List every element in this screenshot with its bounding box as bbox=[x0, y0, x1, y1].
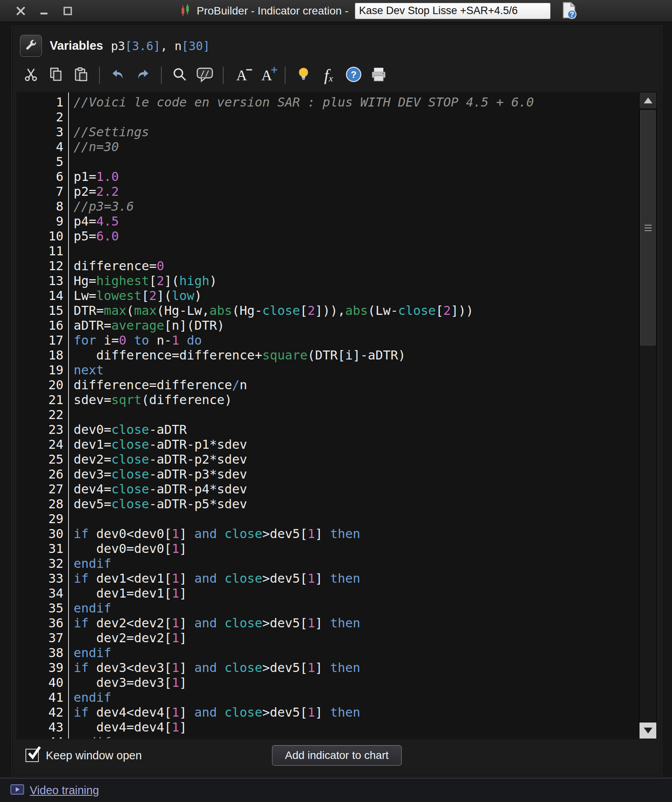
arrow-up-icon bbox=[644, 98, 652, 103]
font-increase-button[interactable]: A + bbox=[255, 64, 278, 87]
undo-icon bbox=[109, 66, 126, 85]
line-number: 34 bbox=[17, 586, 63, 601]
paste-button[interactable] bbox=[69, 64, 93, 87]
indicator-creation-window: Variables p3[3.6], n[30] bbox=[12, 26, 662, 776]
editor-scrollbar[interactable] bbox=[639, 92, 656, 739]
keep-window-open-checkbox[interactable]: Keep window open bbox=[25, 749, 142, 762]
copy-button[interactable] bbox=[44, 64, 68, 87]
variables-value[interactable]: p3[3.6], n[30] bbox=[111, 39, 210, 53]
cut-button[interactable] bbox=[19, 64, 43, 87]
video-training-link[interactable]: Video training bbox=[30, 784, 99, 797]
line-number: 16 bbox=[17, 318, 63, 333]
variables-settings-button[interactable] bbox=[20, 35, 42, 57]
line-number: 22 bbox=[17, 407, 63, 422]
code-line bbox=[74, 154, 639, 169]
line-number: 3 bbox=[17, 125, 63, 139]
code-line: dev5=close-aDTR-p5*sdev bbox=[74, 497, 639, 511]
line-number: 29 bbox=[17, 511, 63, 526]
redo-button[interactable] bbox=[131, 64, 155, 87]
print-button[interactable] bbox=[367, 64, 390, 87]
redo-icon bbox=[134, 66, 152, 85]
line-number: 8 bbox=[17, 199, 63, 214]
code-line: DTR=max(max(Hg-Lw,abs(Hg-close[2])),abs(… bbox=[74, 303, 639, 318]
code-line: if dev2<dev2[1] and close>dev5[1] then bbox=[74, 616, 639, 630]
checkmark-icon bbox=[25, 744, 43, 761]
toolbar-separator bbox=[223, 67, 224, 84]
code-line bbox=[74, 511, 639, 526]
line-number: 13 bbox=[17, 273, 63, 288]
svg-text://: // bbox=[200, 69, 209, 78]
code-line: dev3=dev3[1] bbox=[74, 675, 639, 690]
help-icon: ? bbox=[345, 66, 362, 85]
close-icon[interactable] bbox=[15, 5, 27, 17]
scroll-up-button[interactable] bbox=[639, 92, 656, 109]
copy-icon bbox=[48, 67, 64, 84]
code-line: if dev1<dev1[1] and close>dev5[1] then bbox=[74, 571, 639, 586]
code-line: aDTR=average[n](DTR) bbox=[74, 318, 639, 333]
line-number: 41 bbox=[17, 690, 63, 705]
title-bar: ProBuilder - Indicator creation - ? bbox=[0, 0, 672, 22]
code-line: difference=difference+square(DTR[i]-aDTR… bbox=[74, 348, 639, 363]
indicator-name-input[interactable] bbox=[355, 3, 551, 19]
comment-button[interactable]: // bbox=[193, 64, 217, 87]
hint-button[interactable] bbox=[292, 64, 315, 87]
toolbar-separator bbox=[99, 67, 100, 84]
code-line: dev0=close-aDTR bbox=[74, 422, 639, 437]
window-controls bbox=[0, 5, 86, 17]
font-decrease-button[interactable]: A − bbox=[230, 64, 253, 87]
minimize-icon[interactable] bbox=[38, 5, 50, 17]
code-line: difference=difference/n bbox=[74, 378, 639, 392]
toolbar-separator bbox=[285, 67, 285, 84]
line-number: 10 bbox=[17, 229, 63, 244]
help-button[interactable]: ? bbox=[342, 64, 365, 87]
thumb-grip-icon bbox=[645, 225, 652, 226]
code-editor[interactable]: 1234567891011121314151617181920212223242… bbox=[17, 92, 657, 739]
insert-function-button[interactable]: fx bbox=[317, 64, 340, 87]
code-line: p5=6.0 bbox=[74, 229, 639, 244]
line-number: 33 bbox=[17, 571, 63, 586]
code-line: if dev4<dev4[1] and close>dev5[1] then bbox=[74, 705, 639, 720]
add-indicator-button[interactable]: Add indicator to chart bbox=[272, 745, 402, 766]
code-line: if dev3<dev3[1] and close>dev5[1] then bbox=[74, 660, 639, 675]
help-document-icon[interactable]: ? bbox=[560, 1, 578, 21]
line-number: 11 bbox=[17, 244, 63, 258]
code-line: dev3=close-aDTR-p3*sdev bbox=[74, 467, 639, 482]
line-number: 40 bbox=[17, 675, 63, 690]
search-button[interactable] bbox=[168, 64, 191, 87]
line-number: 35 bbox=[17, 601, 63, 616]
line-number: 44 bbox=[17, 735, 63, 739]
line-number: 38 bbox=[17, 645, 63, 660]
code-line: dev4=dev4[1] bbox=[74, 720, 639, 735]
line-number: 31 bbox=[17, 541, 63, 556]
line-number: 14 bbox=[17, 288, 63, 303]
code-line: Hg=highest[2](high) bbox=[74, 273, 639, 288]
line-number: 15 bbox=[17, 303, 63, 318]
undo-button[interactable] bbox=[106, 64, 130, 87]
scroll-down-button[interactable] bbox=[639, 722, 656, 739]
code-line: if dev0<dev0[1] and close>dev5[1] then bbox=[74, 526, 639, 541]
code-line: //n=30 bbox=[74, 139, 639, 154]
code-line: p1=1.0 bbox=[74, 169, 639, 184]
code-line: endif bbox=[74, 601, 639, 616]
code-lines[interactable]: //Voici le code en version SAR : plus WI… bbox=[68, 92, 639, 739]
line-number: 25 bbox=[17, 452, 63, 467]
line-number: 12 bbox=[17, 258, 63, 273]
code-line: next bbox=[74, 363, 639, 378]
code-line: //Voici le code en version SAR : plus WI… bbox=[74, 95, 639, 110]
checkbox-box bbox=[25, 749, 39, 762]
line-number: 20 bbox=[17, 378, 63, 392]
toolbar-separator bbox=[161, 67, 162, 84]
code-line: sdev=sqrt(difference) bbox=[74, 392, 639, 407]
line-number: 9 bbox=[17, 214, 63, 229]
code-line: //Settings bbox=[74, 125, 639, 139]
line-number: 30 bbox=[17, 526, 63, 541]
code-line: for i=0 to n-1 do bbox=[74, 333, 639, 348]
code-line bbox=[74, 110, 639, 125]
printer-icon bbox=[370, 66, 387, 84]
line-number: 18 bbox=[17, 348, 63, 363]
scrollbar-thumb[interactable] bbox=[640, 110, 656, 345]
scissors-icon bbox=[23, 67, 39, 84]
maximize-icon[interactable] bbox=[62, 5, 74, 17]
line-number: 5 bbox=[17, 154, 63, 169]
variables-bar: Variables p3[3.6], n[30] bbox=[17, 32, 657, 60]
